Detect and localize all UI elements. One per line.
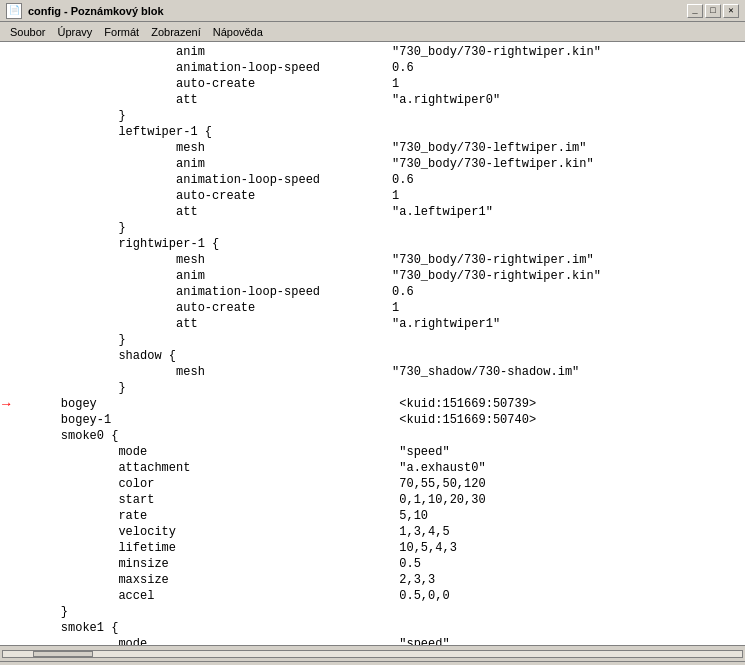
minimize-button[interactable]: _: [687, 4, 703, 18]
arrow-marker: →: [2, 396, 10, 412]
title-bar: 📄 config - Poznámkový blok _ □ ✕: [0, 0, 745, 22]
code-editor[interactable]: anim "730_body/730-rightwiper.kin" anima…: [28, 42, 745, 645]
menu-format[interactable]: Formát: [98, 25, 145, 39]
menu-napoveda[interactable]: Nápověda: [207, 25, 269, 39]
window-title: config - Poznámkový blok: [28, 5, 164, 17]
menu-soubor[interactable]: Soubor: [4, 25, 51, 39]
scroll-thumb[interactable]: [33, 651, 93, 657]
window-controls: _ □ ✕: [687, 4, 739, 18]
menu-upravy[interactable]: Úpravy: [51, 25, 98, 39]
app-icon: 📄: [6, 3, 22, 19]
menu-bar: Soubor Úpravy Formát Zobrazení Nápověda: [0, 22, 745, 42]
maximize-button[interactable]: □: [705, 4, 721, 18]
editor-area: → anim "730_body/730-rightwiper.kin" ani…: [0, 42, 745, 645]
status-bar: [0, 661, 745, 665]
scroll-track[interactable]: [2, 650, 743, 658]
close-button[interactable]: ✕: [723, 4, 739, 18]
menu-zobrazeni[interactable]: Zobrazení: [145, 25, 207, 39]
arrow-gutter: →: [0, 42, 28, 645]
horizontal-scrollbar[interactable]: [0, 645, 745, 661]
